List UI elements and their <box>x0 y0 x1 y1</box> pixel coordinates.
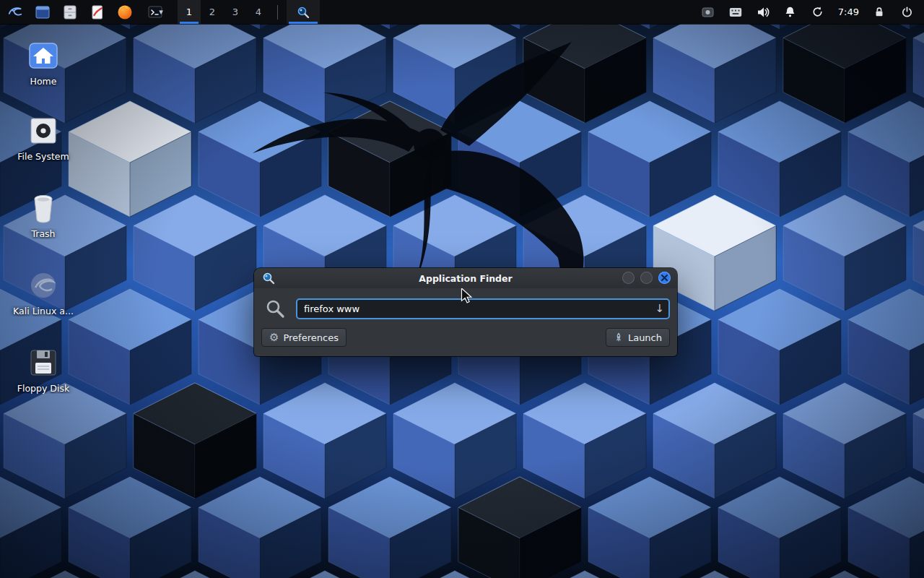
preferences-button[interactable]: ⚙ Preferences <box>261 328 346 347</box>
button-row: ⚙ Preferences Launch <box>254 319 677 347</box>
desktop-screen: Home File System Trash <box>0 0 924 578</box>
file-cabinet-icon <box>62 4 78 20</box>
workspace-4[interactable]: 4 <box>247 0 270 24</box>
preferences-label: Preferences <box>283 332 338 343</box>
search-input-wrap: ↓ <box>296 298 670 319</box>
notifications-bell-icon[interactable] <box>783 4 798 21</box>
updates-icon[interactable] <box>811 4 825 21</box>
terminal-launcher[interactable]: ▾ <box>143 3 167 22</box>
search-icon <box>297 6 310 19</box>
desktop-icon-label: Floppy Disk <box>9 383 78 394</box>
text-editor-launcher[interactable] <box>88 3 107 22</box>
files-launcher[interactable] <box>61 3 79 22</box>
search-input[interactable] <box>296 298 670 319</box>
trash-icon <box>27 191 60 225</box>
desktop-icon-filesystem[interactable]: File System <box>9 114 78 162</box>
maximize-button[interactable] <box>640 272 653 284</box>
desktop-icon-label: File System <box>9 151 78 162</box>
screenshot-tray-icon[interactable] <box>701 4 715 21</box>
desktop-icon-label: Home <box>9 76 78 87</box>
hard-drive-icon <box>27 114 60 147</box>
minimize-button[interactable] <box>622 272 635 284</box>
desktop-icon-trash[interactable]: Trash <box>9 191 78 239</box>
launch-button[interactable]: Launch <box>606 328 670 347</box>
panel-separator <box>277 5 278 20</box>
firefox-icon <box>117 4 133 20</box>
text-editor-icon <box>90 4 105 20</box>
combo-arrow-icon[interactable]: ↓ <box>655 301 664 316</box>
workspace-3[interactable]: 3 <box>224 0 247 24</box>
desktop-icon-floppy[interactable]: Floppy Disk <box>9 346 78 394</box>
panel-launchers: ▾ <box>0 3 167 22</box>
close-icon <box>661 275 668 281</box>
application-finder-window: Application Finder ↓ <box>254 268 677 356</box>
file-manager-icon <box>35 4 51 20</box>
gear-icon: ⚙ <box>269 332 279 343</box>
file-manager-launcher[interactable] <box>33 3 52 22</box>
power-icon[interactable] <box>899 4 914 21</box>
firefox-launcher[interactable] <box>116 3 134 22</box>
desktop-icon-label: Trash <box>9 228 78 239</box>
desktop-icon-kali-docs[interactable]: Kali Linux a... <box>9 269 78 316</box>
mouse-cursor <box>460 288 474 304</box>
desktop-icon-label: Kali Linux a... <box>9 306 78 316</box>
workspace-1[interactable]: 1 <box>178 0 201 24</box>
window-buttons <box>622 272 671 284</box>
launch-label: Launch <box>628 332 662 343</box>
search-icon <box>264 298 286 319</box>
floppy-disk-icon <box>27 346 60 379</box>
kali-logo-icon <box>7 4 23 20</box>
chevron-down-icon[interactable]: ▾ <box>159 7 163 17</box>
keyboard-tray-icon[interactable] <box>728 4 743 21</box>
launch-icon <box>614 332 624 342</box>
close-button[interactable] <box>658 272 671 284</box>
clock[interactable]: 7:49 <box>838 7 859 17</box>
taskbar-item-appfinder[interactable] <box>287 0 320 24</box>
kali-menu-button[interactable] <box>6 3 25 22</box>
lock-icon[interactable] <box>872 4 886 21</box>
system-tray: 7:49 <box>701 4 924 21</box>
volume-icon[interactable] <box>756 4 770 21</box>
kali-docs-icon <box>27 269 60 302</box>
home-folder-icon <box>27 39 60 72</box>
window-title: Application Finder <box>254 273 677 284</box>
top-panel: ▾ 1 2 3 4 <box>0 0 924 24</box>
desktop-icon-home[interactable]: Home <box>9 39 78 87</box>
workspace-2[interactable]: 2 <box>201 0 224 24</box>
window-titlebar[interactable]: Application Finder <box>254 268 677 288</box>
workspace-pager: 1 2 3 4 <box>178 0 270 24</box>
